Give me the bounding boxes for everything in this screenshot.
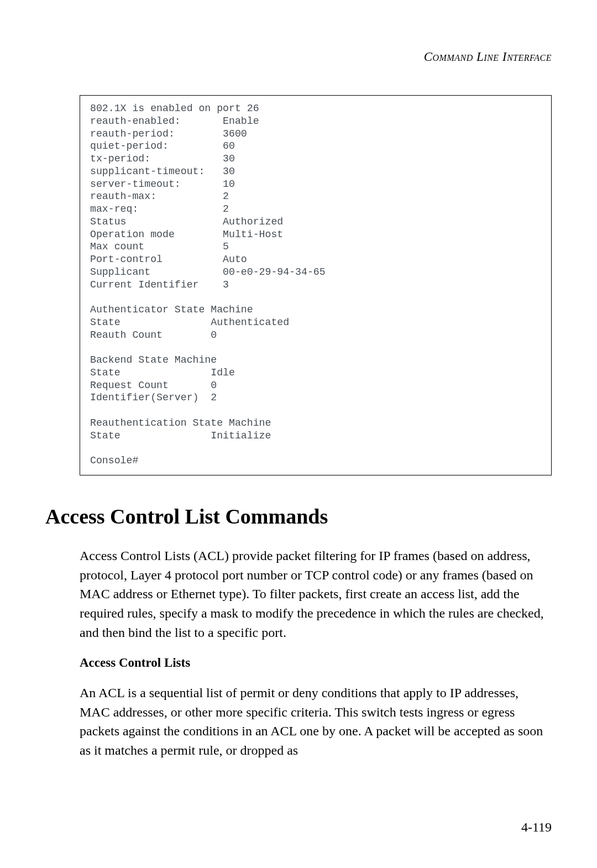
paragraph-acl-detail: An ACL is a sequential list of permit or… — [80, 683, 552, 760]
console-output: 802.1X is enabled on port 26 reauth-enab… — [80, 95, 552, 475]
section-title: Access Control List Commands — [45, 504, 552, 529]
page-number: 4-119 — [521, 820, 552, 835]
subheading-acl: Access Control Lists — [80, 656, 552, 670]
page: Command Line Interface 802.1X is enabled… — [0, 0, 597, 868]
running-header: Command Line Interface — [45, 50, 552, 64]
paragraph-acl-intro: Access Control Lists (ACL) provide packe… — [80, 546, 552, 642]
